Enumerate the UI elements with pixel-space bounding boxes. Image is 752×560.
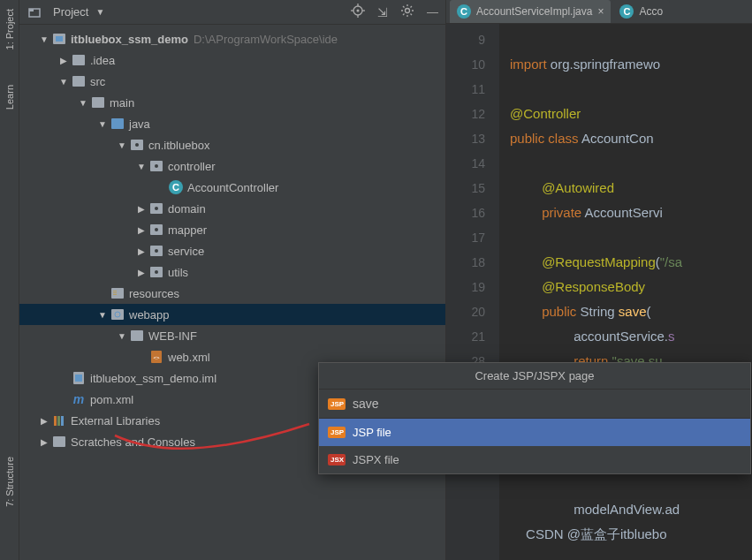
rail-structure[interactable]: 7: Structure: [4, 457, 15, 507]
svg-rect-41: [53, 436, 65, 447]
svg-rect-28: [113, 291, 117, 291]
folder-icon: [129, 329, 145, 343]
svg-point-26: [155, 270, 158, 274]
close-tab-icon[interactable]: ×: [597, 5, 604, 18]
svg-point-3: [357, 10, 360, 12]
scratches-icon: [51, 435, 67, 449]
svg-rect-10: [56, 36, 63, 42]
svg-rect-12: [72, 76, 85, 87]
svg-rect-29: [113, 292, 117, 293]
tree-account-controller[interactable]: C AccountController: [19, 177, 445, 198]
option-jspx-file[interactable]: JSX JSPX file: [319, 446, 750, 473]
dialog-input-row: JSP: [319, 390, 750, 419]
package-icon: [148, 244, 164, 258]
editor-body[interactable]: 91011 121314 1516 1718 192021 2829 impor…: [446, 24, 752, 560]
tree-root[interactable]: itbluebox_ssm_demo D:\AProgramWorkSpace\…: [19, 28, 445, 49]
class-icon: C: [619, 4, 634, 19]
folder-icon: [71, 53, 87, 67]
project-panel: Project ▼ ⇲ — itbluebox_ssm_demo D:\APro…: [19, 0, 445, 560]
locate-icon[interactable]: [351, 4, 365, 20]
maven-icon: m: [71, 392, 87, 406]
tree-idea[interactable]: .idea: [19, 49, 445, 71]
svg-point-18: [155, 164, 158, 168]
tree-webapp[interactable]: webapp: [19, 304, 445, 325]
jsx-icon: JSX: [328, 454, 346, 465]
create-jsp-dialog: Create JSP/JSPX page JSP JSP JSP file JS…: [318, 362, 751, 474]
svg-rect-40: [61, 416, 64, 426]
package-icon: [148, 265, 164, 279]
tree-service[interactable]: service: [19, 240, 445, 261]
filename-input[interactable]: [353, 397, 741, 411]
svg-rect-30: [113, 294, 117, 295]
tree-src[interactable]: src: [19, 71, 445, 92]
source-folder-icon: [110, 117, 125, 131]
editor-tabs: C AccountServiceImpl.java × C Acco: [446, 0, 752, 24]
svg-rect-33: [131, 330, 143, 341]
package-icon: [148, 201, 164, 216]
svg-rect-39: [57, 416, 60, 426]
svg-rect-38: [54, 416, 57, 426]
svg-point-8: [406, 9, 410, 13]
rail-project[interactable]: 1: Project: [4, 9, 15, 49]
tree-package[interactable]: cn.itbluebox: [19, 134, 445, 155]
tree-utils[interactable]: utils: [19, 261, 445, 283]
left-tool-rail: 1: Project Learn 7: Structure: [0, 0, 19, 560]
svg-rect-1: [29, 9, 34, 11]
project-title: Project: [53, 5, 88, 19]
class-icon: C: [168, 180, 184, 194]
dropdown-icon[interactable]: ▼: [95, 7, 104, 17]
settings-icon[interactable]: [400, 4, 414, 20]
project-view-icon: [27, 5, 42, 19]
folder-icon: [71, 74, 87, 88]
package-icon: [129, 138, 145, 152]
editor-tab-1[interactable]: C AccountServiceImpl.java ×: [450, 0, 611, 23]
svg-rect-11: [72, 55, 85, 65]
class-icon: C: [457, 4, 471, 19]
hide-icon[interactable]: —: [427, 5, 438, 19]
tree-controller[interactable]: controller: [19, 155, 445, 177]
tree-main[interactable]: main: [19, 92, 445, 113]
svg-point-22: [155, 228, 158, 231]
option-jsp-file[interactable]: JSP JSP file: [319, 419, 750, 446]
jsp-icon: JSP: [328, 427, 346, 438]
line-gutter: 91011 121314 1516 1718 192021 2829: [446, 24, 499, 560]
xml-icon: <>: [148, 350, 164, 364]
svg-rect-13: [92, 97, 104, 108]
folder-icon: [90, 95, 106, 110]
web-folder-icon: [110, 307, 125, 322]
editor-panel: C AccountServiceImpl.java × C Acco 91011…: [445, 0, 752, 560]
tree-domain[interactable]: domain: [19, 198, 445, 219]
tree-resources[interactable]: resources: [19, 283, 445, 304]
dialog-title: Create JSP/JSPX page: [319, 363, 750, 390]
svg-text:<>: <>: [153, 355, 160, 360]
editor-tab-2[interactable]: C Acco: [612, 0, 670, 23]
rail-learn[interactable]: Learn: [4, 85, 15, 110]
tree-webinf[interactable]: WEB-INF: [19, 325, 445, 346]
jsp-icon: JSP: [328, 398, 346, 410]
svg-point-20: [155, 207, 158, 210]
libraries-icon: [51, 413, 67, 428]
resources-folder-icon: [110, 286, 125, 300]
code-area[interactable]: import org.springframewo @Controller pub…: [499, 24, 752, 560]
svg-rect-31: [111, 309, 124, 320]
iml-icon: [71, 371, 87, 385]
package-icon: [148, 159, 164, 173]
svg-rect-14: [111, 118, 124, 129]
package-icon: [148, 223, 164, 237]
svg-point-24: [155, 249, 158, 253]
collapse-icon[interactable]: ⇲: [377, 5, 388, 19]
project-header: Project ▼ ⇲ —: [19, 0, 445, 25]
module-icon: [51, 32, 67, 46]
tree-java[interactable]: java: [19, 113, 445, 134]
svg-point-16: [135, 143, 139, 147]
svg-rect-37: [75, 375, 82, 382]
tree-mapper[interactable]: mapper: [19, 219, 445, 240]
